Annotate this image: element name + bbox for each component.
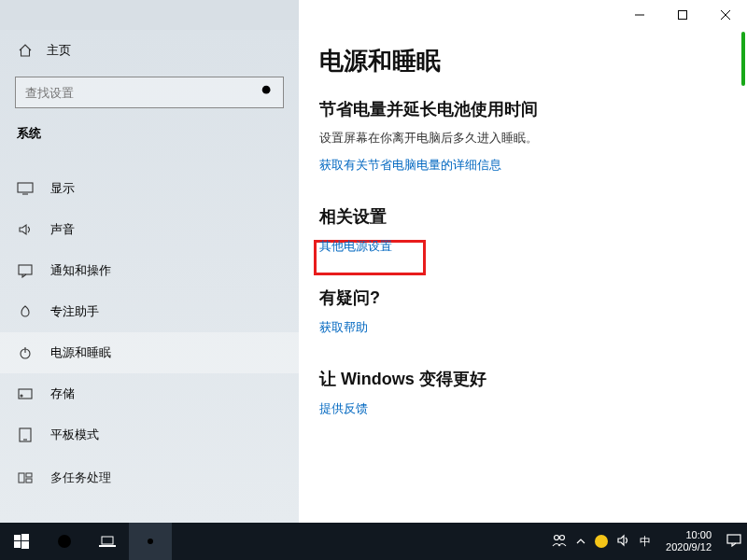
- save-energy-heading: 节省电量并延长电池使用时间: [319, 98, 747, 120]
- focus-icon: [17, 303, 34, 320]
- people-icon[interactable]: [552, 534, 567, 549]
- sidebar-item-sound[interactable]: 声音: [0, 209, 299, 250]
- question-link[interactable]: 获取帮助: [319, 319, 368, 336]
- svg-rect-11: [19, 389, 32, 399]
- sidebar-item-label: 电源和睡眠: [50, 344, 111, 361]
- notifications-icon: [17, 262, 34, 279]
- svg-rect-21: [21, 541, 29, 549]
- search-input-wrap[interactable]: [15, 77, 284, 108]
- tablet-icon: [17, 427, 34, 443]
- sidebar-item-multitask[interactable]: 多任务处理: [0, 457, 299, 498]
- taskbar-date: 2020/9/12: [666, 541, 712, 553]
- sidebar-item-label: 存储: [50, 385, 75, 402]
- svg-rect-23: [102, 537, 113, 544]
- home-icon: [17, 42, 34, 59]
- sidebar-item-tablet[interactable]: 平板模式: [0, 414, 299, 455]
- sidebar-item-label: 多任务处理: [50, 469, 111, 486]
- sidebar-item-label: 显示: [50, 180, 75, 197]
- volume-icon[interactable]: [617, 534, 630, 549]
- sidebar-item-notifications[interactable]: 通知和操作: [0, 250, 299, 291]
- question-heading: 有疑问?: [319, 287, 747, 309]
- svg-rect-17: [26, 479, 32, 483]
- improve-heading: 让 Windows 变得更好: [319, 368, 747, 390]
- power-icon: [17, 344, 34, 361]
- page-title: 电源和睡眠: [319, 45, 747, 77]
- sidebar-item-label: 专注助手: [50, 303, 99, 320]
- search-icon: [261, 84, 274, 101]
- related-heading: 相关设置: [319, 205, 747, 228]
- taskbar-time: 10:00: [666, 529, 712, 541]
- svg-rect-15: [19, 473, 24, 483]
- maximize-button[interactable]: [661, 0, 704, 30]
- svg-rect-18: [14, 535, 21, 540]
- taskview-button[interactable]: [86, 523, 129, 560]
- sidebar-home-label: 主页: [47, 42, 71, 59]
- sidebar-item-focus[interactable]: 专注助手: [0, 291, 299, 332]
- svg-rect-6: [18, 183, 33, 192]
- svg-point-26: [555, 536, 559, 540]
- sidebar-item-label: 声音: [50, 221, 75, 238]
- improve-link[interactable]: 提供反馈: [319, 400, 368, 417]
- display-icon: [17, 180, 34, 197]
- svg-point-25: [148, 539, 153, 544]
- sound-icon: [17, 221, 34, 238]
- tray-chevron-icon[interactable]: [576, 536, 585, 547]
- save-energy-link[interactable]: 获取有关节省电脑电量的详细信息: [319, 157, 501, 174]
- close-button[interactable]: [704, 0, 747, 30]
- taskbar-settings-button[interactable]: [129, 523, 172, 560]
- svg-point-12: [21, 395, 22, 397]
- taskbar: 中 10:00 2020/9/12: [0, 523, 747, 560]
- ime-indicator[interactable]: 中: [640, 534, 651, 550]
- svg-rect-28: [727, 535, 740, 543]
- svg-rect-8: [19, 265, 32, 274]
- taskbar-clock[interactable]: 10:00 2020/9/12: [660, 529, 717, 553]
- storage-icon: [17, 385, 34, 402]
- sidebar-item-display[interactable]: 显示: [0, 168, 299, 209]
- svg-rect-16: [26, 473, 32, 477]
- start-button[interactable]: [0, 523, 43, 560]
- svg-rect-20: [14, 541, 21, 548]
- svg-line-5: [270, 93, 274, 97]
- multitask-icon: [17, 469, 34, 486]
- cortana-button[interactable]: [43, 523, 86, 560]
- svg-point-22: [58, 535, 71, 548]
- minimize-button[interactable]: [618, 0, 661, 30]
- action-center-icon[interactable]: [726, 534, 741, 549]
- svg-point-4: [262, 86, 271, 94]
- sidebar-home[interactable]: 主页: [0, 30, 299, 71]
- sidebar-section-label: 系统: [0, 119, 299, 151]
- sidebar-item-storage[interactable]: 存储: [0, 373, 299, 414]
- sidebar-item-label: 通知和操作: [50, 262, 111, 279]
- sidebar-item-power[interactable]: 电源和睡眠: [0, 332, 299, 373]
- sidebar-item-label: 平板模式: [50, 427, 99, 443]
- svg-point-27: [560, 536, 565, 540]
- related-link[interactable]: 其他电源设置: [319, 238, 392, 255]
- save-energy-desc: 设置屏幕在你离开电脑后多久进入睡眠。: [319, 130, 747, 147]
- svg-rect-1: [679, 11, 687, 20]
- svg-rect-19: [21, 534, 29, 540]
- search-input[interactable]: [25, 86, 261, 100]
- security-icon[interactable]: [595, 535, 608, 548]
